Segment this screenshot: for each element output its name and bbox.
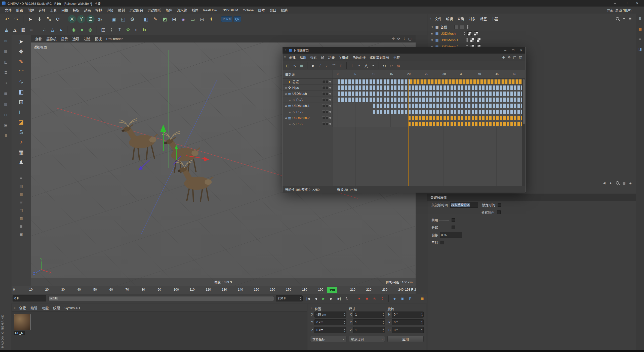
layout-tab-icon[interactable]: ⊞	[3, 37, 9, 44]
viewport-menu-item[interactable]: 面板	[93, 35, 104, 42]
visibility-dots[interactable]	[467, 25, 468, 29]
camera-icon[interactable]: ◎	[198, 15, 206, 23]
object-name[interactable]: U3DMesh	[440, 32, 456, 35]
menu-item[interactable]: 工具	[48, 7, 59, 14]
list-icon[interactable]: ≣	[3, 69, 9, 76]
timeline-menu-item[interactable]: 书签	[391, 54, 402, 61]
keyframe-lane[interactable]	[333, 91, 525, 97]
record-active-objects-icon[interactable]: P	[407, 295, 414, 302]
arc-spline-icon[interactable]: ⌒	[16, 67, 26, 77]
filter-icon[interactable]: ▼	[622, 17, 626, 21]
track-name[interactable]: 总览	[292, 79, 322, 84]
rotate-tool-icon[interactable]: ⟳	[54, 15, 62, 23]
texture-mode-icon[interactable]: ▩	[20, 26, 27, 33]
tlw-split-icon[interactable]: ◱	[519, 55, 522, 59]
menu-item[interactable]: 动画	[82, 7, 93, 14]
object-menu-item[interactable]: 编辑	[444, 15, 455, 22]
workplane-icon[interactable]: ⌗	[28, 26, 35, 33]
scale-mode-dropdown[interactable]: 缩放比例▾	[349, 336, 385, 342]
offset-field[interactable]: 0 %	[440, 232, 462, 238]
keyframe-lane[interactable]	[333, 103, 525, 109]
points-mode-icon[interactable]: ∴	[41, 26, 48, 33]
size-y-field[interactable]: 1▴▾	[353, 319, 385, 325]
live-selection-icon[interactable]: ➤	[26, 15, 34, 23]
materials-menu-item[interactable]: 功能	[39, 304, 51, 311]
stack-icon[interactable]: ▣	[3, 122, 9, 128]
size-x-field[interactable]: 1▴▾	[353, 312, 385, 318]
track-name[interactable]: U3DMesh	[292, 92, 322, 96]
nav-up-icon[interactable]: ▲	[609, 181, 612, 185]
nav-back-icon[interactable]: ◀	[603, 181, 606, 185]
dope-sheet-mode[interactable]: 摄影表	[283, 70, 333, 79]
menu-item[interactable]: 帮助	[278, 7, 290, 14]
track-name[interactable]: U3DMesh.1	[292, 104, 322, 108]
quantize-icon[interactable]: ◍	[87, 26, 94, 33]
timeline-window[interactable]: ⠿ 时间线窗口 ─ ❐ ✕ ⠿ 创建编辑查看帧功能关键帧函数曲线运动剪辑系统书签…	[282, 47, 526, 192]
floor-icon[interactable]: ▭	[189, 15, 197, 23]
coordinate-system-dropdown[interactable]: 世界坐标▾	[310, 336, 346, 342]
search-icon[interactable]	[616, 181, 619, 185]
auto-tangent-icon[interactable]: ≈	[370, 63, 376, 69]
edge-list-icon[interactable]: ≣	[637, 36, 643, 42]
track-toggles[interactable]	[322, 110, 331, 113]
keyframe-properties-header[interactable]: 关键帧属性	[427, 194, 636, 201]
render-settings-icon[interactable]: ⚙	[128, 15, 136, 23]
palette-icon[interactable]: ▤	[3, 48, 9, 55]
timeline-menu-item[interactable]: 编辑	[298, 54, 308, 61]
coordinate-system-icon[interactable]: ◍	[96, 15, 104, 23]
menu-item[interactable]: 流水线	[175, 7, 189, 14]
record-rotation-icon[interactable]: ?	[379, 295, 386, 302]
materials-menu-item[interactable]: 纹理	[51, 304, 62, 311]
list-a-icon[interactable]: ≣	[18, 175, 24, 181]
expand-toggle[interactable]: ⊟	[430, 25, 433, 29]
x-axis-lock-icon[interactable]: X	[68, 15, 76, 23]
texture-tag-icon[interactable]	[474, 31, 478, 36]
goto-start-icon[interactable]: |◀	[305, 295, 311, 302]
tlw-pan-icon[interactable]: ✥	[508, 55, 511, 59]
ghost-frames-icon[interactable]: ▧	[395, 63, 401, 69]
texture-tag-icon[interactable]	[470, 38, 474, 42]
collapse-icon[interactable]: ⊟	[3, 111, 9, 118]
menu-item[interactable]: 插件	[189, 7, 201, 14]
scale-tool-icon[interactable]: ⤡	[45, 15, 53, 23]
track-toggles[interactable]	[322, 98, 331, 101]
menu-item[interactable]: 网格	[59, 7, 70, 14]
object-menu-item[interactable]: 文件	[432, 15, 444, 22]
track-toggles[interactable]	[322, 122, 331, 125]
fcurve-mode-icon[interactable]: ∿	[292, 63, 298, 69]
axis-mode-icon[interactable]: ⊹	[108, 26, 115, 33]
object-row-backup[interactable]: ⊟ ▤ 备份	[427, 24, 636, 30]
prev-frame-icon[interactable]: ◀	[312, 295, 319, 302]
zero-angle-icon[interactable]: ⊥	[349, 63, 355, 69]
object-menu-item[interactable]: 标签	[478, 15, 489, 22]
maximize-button[interactable]: ❐	[625, 2, 627, 5]
play-icon[interactable]: ▶	[320, 295, 327, 302]
timeline-scrollbar[interactable]	[522, 79, 525, 186]
menu-item[interactable]: RealFlow	[201, 7, 219, 13]
timeline-minimize-button[interactable]: ─	[504, 49, 506, 52]
model-mode-icon[interactable]: ◮	[11, 26, 18, 33]
sculpt-icon[interactable]: S	[16, 127, 26, 137]
menu-item[interactable]: 渲染	[104, 7, 116, 14]
position-y-field[interactable]: 0 cm▴▾	[314, 319, 346, 325]
track-expand-icon[interactable]: ⊞	[284, 86, 288, 89]
track-after-icon[interactable]: ↦	[388, 63, 394, 69]
apply-button[interactable]: 应用	[387, 336, 424, 342]
subdivision-surface-icon[interactable]: ◩	[161, 15, 169, 23]
track-toggles[interactable]	[322, 92, 331, 95]
size-z-field[interactable]: 1▴▾	[353, 327, 385, 333]
slider-handle[interactable]: ◀ 0 F	[49, 297, 58, 300]
timeline-menu-item[interactable]: 功能	[326, 54, 337, 61]
timeline-maximize-button[interactable]: ❐	[512, 49, 514, 52]
close-button[interactable]: ✕	[636, 2, 638, 5]
tiles-icon[interactable]: ▦	[3, 90, 9, 97]
timeline-menu-item[interactable]: 帧	[319, 54, 326, 61]
list-c-icon[interactable]: ▦	[18, 191, 24, 197]
minimize-button[interactable]: ─	[614, 2, 616, 5]
texture-tag-icon[interactable]	[467, 31, 472, 36]
panel-grip-icon[interactable]: ⠿	[429, 17, 431, 20]
tag-icon[interactable]	[454, 25, 458, 29]
viewport-menu-item[interactable]: 查看	[33, 35, 44, 42]
zoom-view-icon[interactable]: ⊹	[403, 37, 406, 41]
track-name[interactable]: PLA	[296, 98, 322, 102]
